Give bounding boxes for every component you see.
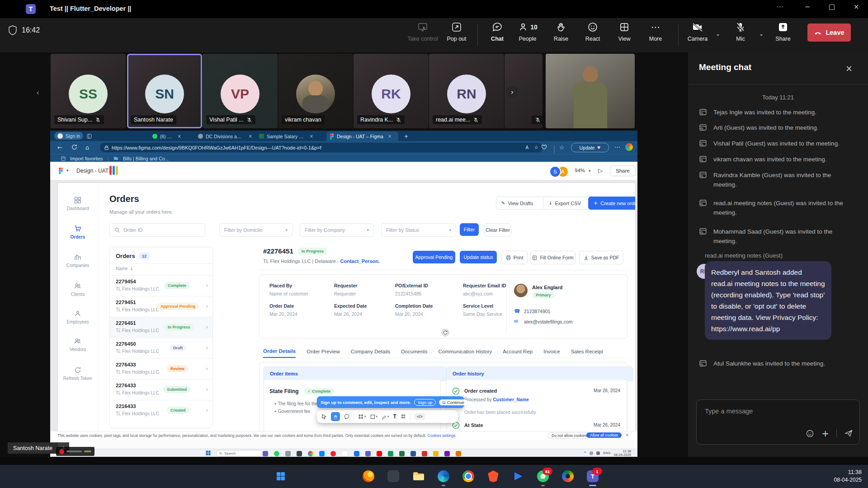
tab-close-icon[interactable]: × — [388, 134, 392, 139]
filter-apply-button[interactable]: Filter — [460, 223, 479, 236]
approval-pending-button[interactable]: Approval Pending — [413, 251, 455, 263]
hand-tool-icon-active[interactable] — [331, 412, 340, 421]
tray-clock[interactable]: 11:38 08-04-2025 — [834, 469, 862, 484]
reload-icon[interactable] — [71, 144, 77, 150]
tab-order-details[interactable]: Order Details — [263, 348, 296, 358]
tab-order-preview[interactable]: Order Preview — [307, 349, 340, 357]
browser-tab-figma-active[interactable]: Design - UAT – Figma × — [326, 131, 398, 141]
customer-name-link[interactable]: Customer_Name — [493, 397, 528, 402]
order-row[interactable]: 2216433 TL Flex Holdings LLC Created › — [110, 400, 212, 421]
fill-online-form-button[interactable]: Fill Online Form — [530, 251, 576, 264]
tab-actions-icon[interactable] — [84, 131, 95, 141]
file-explorer-icon[interactable] — [412, 469, 425, 483]
attach-plus-icon[interactable]: + — [821, 428, 829, 439]
home-icon[interactable]: ⌂ — [85, 144, 89, 151]
shared-search-box[interactable]: Search — [216, 450, 262, 457]
start-button[interactable] — [274, 469, 288, 483]
shared-start-icon[interactable] — [206, 450, 211, 455]
brave-icon[interactable] — [486, 469, 500, 483]
update-browser-button[interactable]: Update ♥ — [571, 143, 609, 152]
favorites-folder-bills[interactable]: Bills | Billing and Co... — [123, 156, 169, 161]
window-more-button[interactable]: ⋯ — [773, 3, 787, 11]
participant-tile[interactable]: vikram chavan — [278, 54, 353, 128]
export-csv-button[interactable]: ↓ Export CSV — [543, 197, 594, 210]
contact-phone[interactable]: 2123874901 — [524, 309, 550, 314]
tab-close-icon[interactable]: × — [249, 134, 252, 139]
filter-clear-button[interactable]: Clear Filter — [484, 223, 511, 237]
figma-file-name[interactable]: Design - UAT — [76, 168, 108, 174]
participant-tile-active-speaker[interactable]: SN Santosh Narate — [127, 54, 202, 128]
collaborator-avatar[interactable]: S — [549, 166, 561, 178]
allow-cookies-button[interactable]: Allow all cookies — [586, 432, 622, 438]
order-row-selected[interactable]: 2276451 TL Flex Holdings LLC In Progress… — [110, 317, 212, 338]
window-close-button[interactable]: × — [849, 3, 863, 11]
emoji-icon[interactable] — [806, 429, 814, 438]
tab-documents[interactable]: Documents — [401, 349, 427, 357]
figma-menu-icon[interactable] — [58, 167, 63, 174]
comment-tool-icon[interactable] — [344, 414, 349, 419]
share-button[interactable]: Share — [763, 22, 803, 42]
favorite-star-icon[interactable]: ☆ — [534, 145, 538, 150]
browser-menu-icon[interactable]: ⋯ — [614, 144, 620, 150]
tab-communication-history[interactable]: Communication History — [438, 349, 492, 357]
whatsapp-icon[interactable]: 81 — [536, 469, 550, 483]
text-tool-icon[interactable]: T — [393, 413, 396, 420]
move-tool-icon[interactable] — [321, 414, 327, 419]
figma-menu-chevron[interactable]: ▾ — [66, 168, 69, 173]
media-app-icon[interactable] — [511, 469, 525, 483]
order-row[interactable]: 2279454 TL Flex Holdings LLC Complete › — [110, 275, 212, 296]
tab-account-rep[interactable]: Account Rep — [503, 349, 533, 357]
edge-icon[interactable] — [437, 469, 450, 483]
sidebar-item-refresh-token[interactable]: Refresh Token — [58, 366, 98, 381]
chat-message-input[interactable]: Type a message + — [696, 399, 860, 445]
contact-email[interactable]: alex@vstatefilings.com — [524, 319, 573, 324]
shape-tool-icon[interactable]: ▾ — [370, 414, 378, 419]
sidebar-item-dashboard[interactable]: Dashboard — [58, 197, 98, 211]
browser-essentials-icon[interactable] — [541, 144, 547, 150]
tab-invoice[interactable]: Invoice — [543, 349, 560, 357]
pop-out-button[interactable]: Pop out — [436, 22, 477, 42]
filter-domicile-select[interactable]: Filter by Domicile ▾ — [219, 223, 292, 237]
participant-tile[interactable]: RK Ravindra K... — [354, 54, 429, 128]
new-tab-button[interactable]: + — [401, 131, 412, 141]
camera-button[interactable]: Camera — [684, 22, 711, 42]
more-button[interactable]: ⋯ More — [635, 22, 676, 42]
sidebar-item-clients[interactable]: Clients — [58, 282, 98, 297]
order-row[interactable]: 2276433 TL Flex Holdings LLC Submitted › — [110, 379, 212, 400]
chat-close-icon[interactable]: × — [845, 63, 853, 73]
create-new-order-button[interactable]: + Create new order — [588, 197, 636, 210]
components-tool-icon[interactable] — [401, 414, 406, 419]
firefox-icon[interactable] — [362, 469, 375, 483]
chrome-icon[interactable] — [462, 469, 475, 483]
deny-cookies-button[interactable]: Do not allow cookies — [547, 432, 591, 439]
print-button[interactable]: Print — [501, 251, 528, 264]
favorites-bar-icon[interactable]: ☆ — [559, 144, 565, 151]
sidebar-item-vendors[interactable]: Vendors — [58, 338, 98, 352]
copilot-icon[interactable] — [625, 143, 633, 151]
view-drafts-button[interactable]: ✎ View Drafts — [496, 197, 548, 210]
teams-icon[interactable]: T 1 — [586, 469, 599, 483]
figma-share-button[interactable]: Share — [610, 165, 636, 176]
browser-tab-whatsapp[interactable]: (6) WhatsApp × — [149, 131, 184, 141]
meet-icon[interactable] — [561, 469, 575, 483]
sort-by-name[interactable]: Name — [116, 266, 128, 271]
frame-tool-icon[interactable]: ▾ — [358, 414, 366, 419]
shared-taskbar-icons[interactable] — [263, 450, 461, 457]
dev-mode-icon[interactable]: </> — [415, 413, 425, 420]
filter-company-select[interactable]: Filter by Company ▾ — [300, 223, 374, 237]
google-continue-button[interactable]: G Continue — [439, 399, 467, 405]
zoom-chevron[interactable]: ▾ — [589, 169, 591, 173]
present-play-icon[interactable]: ▷ — [598, 167, 603, 174]
tiles-scroll-right-button[interactable]: › — [506, 86, 518, 98]
participant-tile[interactable]: SS Shivani Sup... — [51, 54, 126, 128]
figma-signup-button[interactable]: Sign up — [414, 399, 436, 406]
window-maximize-button[interactable]: □ — [825, 3, 839, 11]
read-aloud-icon[interactable]: A — [525, 145, 528, 150]
window-minimize-button[interactable]: − — [801, 3, 814, 11]
participant-tile-video[interactable] — [546, 54, 635, 128]
cookie-settings-link[interactable]: Cookies settings — [427, 433, 455, 438]
tab-close-icon[interactable]: × — [310, 134, 313, 139]
browser-profile-button[interactable]: Sign in — [54, 132, 83, 140]
update-status-button[interactable]: Update status — [460, 251, 497, 263]
camera-options-chevron[interactable]: ⌄ — [716, 31, 720, 37]
